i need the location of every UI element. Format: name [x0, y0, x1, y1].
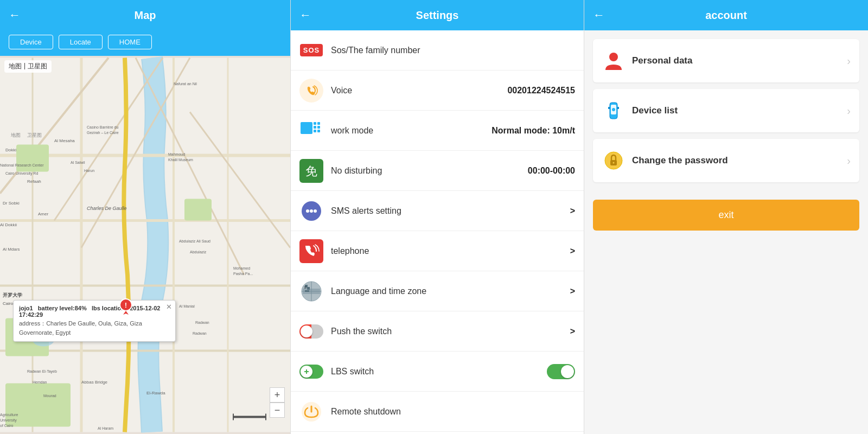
- exit-button[interactable]: exit: [593, 200, 859, 231]
- svg-rect-96: [608, 107, 610, 109]
- device-list-label: Device list: [632, 105, 847, 116]
- map-lang-satellite[interactable]: 卫星图: [28, 62, 47, 71]
- settings-item-language[interactable]: ≡ Language and time zone >: [291, 271, 584, 311]
- svg-text:Nafurat an Nil: Nafurat an Nil: [174, 82, 197, 86]
- popup-close-button[interactable]: ✕: [166, 303, 172, 311]
- svg-text:≡: ≡: [304, 285, 307, 290]
- svg-text:University: University: [0, 418, 17, 423]
- settings-header: ← Settings: [291, 0, 584, 30]
- svg-text:Al Manial: Al Manial: [179, 304, 195, 308]
- home-button[interactable]: HOME: [108, 35, 152, 49]
- svg-text:Abbas Bridge: Abbas Bridge: [81, 380, 108, 385]
- language-label: Language and time zone: [331, 286, 426, 296]
- lock-icon: [602, 149, 626, 173]
- svg-text:Radwan: Radwan: [193, 331, 207, 335]
- map-toolbar: Device Locate HOME: [0, 30, 290, 56]
- svg-text:El-Rawda: El-Rawda: [146, 391, 165, 395]
- language-arrow: >: [565, 286, 575, 296]
- svg-text:Al Haram: Al Haram: [98, 426, 113, 430]
- svg-text:Khalil Museum: Khalil Museum: [168, 158, 193, 162]
- svg-text:of Cairo: of Cairo: [0, 424, 14, 427]
- settings-item-telephone[interactable]: telephone >: [291, 231, 584, 271]
- settings-item-voice[interactable]: Voice 00201224524515: [291, 71, 584, 111]
- svg-rect-69: [314, 126, 316, 129]
- svg-text:Radwan El-Tayeb: Radwan El-Tayeb: [27, 369, 57, 374]
- account-back-button[interactable]: ←: [593, 8, 605, 22]
- map-panel: ← Map Device Locate HOME: [0, 0, 290, 434]
- svg-rect-14: [16, 145, 49, 172]
- account-list: Personal data › Device list ›: [584, 30, 868, 191]
- settings-item-push-switch[interactable]: Push the switch >: [291, 311, 584, 352]
- lbs-toggle[interactable]: [547, 364, 575, 379]
- settings-panel: ← Settings SOS Sos/The family number: [290, 0, 584, 434]
- lbs-switch-label: LBS switch: [331, 367, 374, 376]
- personal-data-item[interactable]: Personal data ›: [593, 39, 859, 82]
- svg-text:Charles De Gaulle: Charles De Gaulle: [87, 206, 127, 211]
- locate-button[interactable]: Locate: [59, 35, 103, 49]
- settings-item-work-mode[interactable]: work mode Normal mode: 10m/t: [291, 111, 584, 151]
- zoom-in-button[interactable]: +: [270, 387, 285, 403]
- settings-back-button[interactable]: ←: [299, 8, 311, 22]
- map-language-switcher[interactable]: 地图 | 卫星图: [4, 60, 52, 73]
- zoom-out-button[interactable]: −: [270, 403, 285, 418]
- personal-data-label: Personal data: [632, 55, 847, 66]
- map-header: ← Map: [0, 0, 290, 30]
- no-disturbing-value: 00:00-00:00: [522, 166, 575, 176]
- svg-text:Cairo University Rd: Cairo University Rd: [5, 171, 38, 176]
- svg-rect-71: [317, 122, 320, 125]
- language-icon: ≡: [299, 279, 323, 303]
- change-password-label: Change the password: [632, 155, 847, 166]
- svg-text:Gezirah – Le Caire: Gezirah – Le Caire: [87, 131, 119, 135]
- telephone-label: telephone: [331, 246, 369, 256]
- map-container[interactable]: 地图 卫星图 Dokki Al Mesaha Casino Barrière d…: [0, 56, 290, 434]
- device-list-item[interactable]: Device list ›: [593, 89, 859, 132]
- personal-data-arrow: ›: [847, 55, 851, 67]
- voice-label: Voice: [331, 86, 352, 95]
- sms-alerts-arrow: >: [565, 206, 575, 216]
- change-password-arrow: ›: [847, 155, 851, 167]
- settings-item-sos[interactable]: SOS Sos/The family number: [291, 30, 584, 71]
- svg-text:Pasha Pa...: Pasha Pa...: [233, 272, 253, 276]
- work-mode-icon: [299, 119, 323, 143]
- settings-item-no-disturbing[interactable]: 免 No disturbing 00:00-00:00: [291, 151, 584, 191]
- svg-text:Al Salwil: Al Salwil: [71, 161, 85, 164]
- svg-point-90: [609, 53, 618, 61]
- svg-rect-67: [301, 122, 312, 134]
- device-button[interactable]: Device: [9, 35, 53, 49]
- settings-item-sms-alerts[interactable]: SMS alerts setting >: [291, 191, 584, 231]
- settings-item-remote-shutdown[interactable]: Remote shutdown: [291, 392, 584, 432]
- svg-rect-97: [617, 107, 619, 109]
- watch-icon: [602, 99, 626, 123]
- svg-rect-61: [233, 416, 266, 418]
- svg-rect-73: [317, 130, 320, 132]
- svg-text:卫星图: 卫星图: [27, 132, 42, 138]
- telephone-arrow: >: [565, 246, 575, 256]
- lbs-switch-icon: [299, 360, 323, 384]
- account-panel: ← account Personal data ›: [584, 0, 868, 434]
- voice-value: 00201224524515: [502, 86, 575, 95]
- account-header: ← account: [584, 0, 868, 30]
- work-mode-label: work mode: [331, 126, 373, 135]
- account-title: account: [705, 9, 747, 22]
- settings-item-lbs-switch[interactable]: LBS switch: [291, 352, 584, 392]
- map-back-button[interactable]: ←: [9, 8, 21, 22]
- svg-text:Al Dokkii: Al Dokkii: [0, 222, 17, 227]
- svg-text:Abdulaziz Ali Saud: Abdulaziz Ali Saud: [179, 239, 210, 243]
- work-mode-value: Normal mode: 10m/t: [486, 126, 575, 136]
- svg-text:Dokki: Dokki: [5, 148, 16, 152]
- svg-rect-80: [299, 239, 323, 263]
- svg-rect-86: [307, 287, 310, 290]
- svg-point-66: [304, 83, 319, 98]
- settings-list: SOS Sos/The family number Voice 00201224…: [291, 30, 584, 434]
- settings-title: Settings: [416, 9, 459, 22]
- change-password-item[interactable]: Change the password ›: [593, 139, 859, 182]
- svg-text:Agriculture: Agriculture: [0, 413, 18, 417]
- map-title: Map: [135, 9, 156, 22]
- svg-text:Refaah: Refaah: [27, 179, 41, 184]
- no-disturbing-icon: 免: [299, 159, 323, 183]
- svg-rect-68: [314, 122, 316, 125]
- map-lang-map[interactable]: 地图: [9, 62, 22, 71]
- sos-label: Sos/The family number: [331, 46, 420, 55]
- svg-text:Mourad: Mourad: [43, 394, 56, 398]
- svg-text:Mahmoud: Mahmoud: [168, 152, 185, 156]
